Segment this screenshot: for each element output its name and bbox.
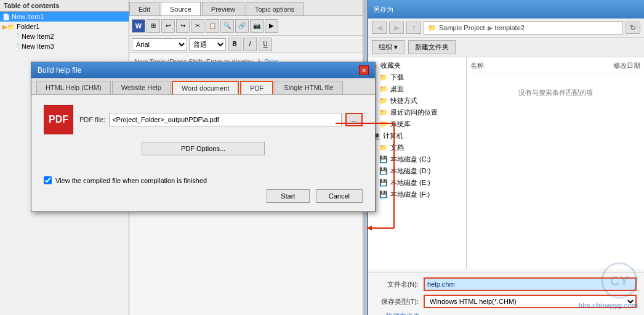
refresh-btn[interactable]: ↻ [626,22,640,34]
toc-item-folder1[interactable]: ▶📁 Folder1 [0,22,129,31]
toolbar-btn5[interactable]: 📋 [206,19,219,33]
file-main-area: 名称 修改日期 没有与搜索条件匹配的项 [467,57,644,269]
shortcuts-icon: 📁 [379,97,388,105]
file-toolbar: 组织 ▾ 新建文件夹 [368,38,644,57]
drive-d-icon: 💾 [379,167,388,175]
filename-label: 文件名(N): [376,280,419,289]
recent-icon: 📁 [379,108,388,117]
tree-docs[interactable]: 📁 文档 [368,142,466,153]
tab-edit[interactable]: Edit [129,2,159,15]
dialog-title: Build help file [38,66,81,75]
header-date-col: 修改日期 [613,61,640,70]
dialog-tab-bar: HTML Help (CHM) Website Help Word docume… [31,78,375,95]
file-tree: ★ 收藏夹 📁 下载 📁 桌面 📁 快捷方式 📁 最近访问的位置 📁 系统 [368,57,467,269]
format-bold[interactable]: B [228,38,241,51]
main-toolbar: W ⊞ ↩ ↪ ✂ 📋 🔍 🔗 📷 ▶ [129,16,363,36]
dialog-tab-website[interactable]: Website Help [112,81,171,94]
syslib-label: 系统库 [390,120,411,129]
editor-tab-bar: Edit Source Preview Topic options [129,0,363,16]
recent-label: 最近访问的位置 [390,108,438,117]
start-btn[interactable]: Start [267,189,310,203]
tree-computer[interactable]: 💻 计算机 [368,130,466,142]
toc-header: Table of contents [0,0,129,12]
tree-shortcuts[interactable]: 📁 快捷方式 [368,95,466,107]
doc-icon: 📄 [2,14,10,20]
toolbar-btn8[interactable]: 📷 [250,19,264,33]
tab-source[interactable]: Source [161,2,201,15]
desktop-icon: 📁 [379,85,388,93]
organize-btn[interactable]: 组织 ▾ [372,40,405,54]
file-dialog-titlebar: 另存为 [368,0,644,18]
toolbar-btn2[interactable]: ↩ [161,19,175,33]
dialog-tab-chm[interactable]: HTML Help (CHM) [36,81,111,94]
pdf-fields: PDF file: ... [79,113,363,126]
dialog-titlebar: Build help file ✕ [31,62,375,78]
toolbar-btn4[interactable]: ✂ [191,19,204,33]
watermark: bbs.chinapyg.com CY [558,278,638,309]
path-arrow1: ▶ [488,24,493,32]
header-name-col: 名称 [470,61,484,70]
new-folder-btn[interactable]: 新建文件夹 [408,40,456,54]
docs-label: 文档 [390,143,404,152]
tree-drive-e[interactable]: 💾 本地磁盘 (E:) [368,177,466,189]
back-btn[interactable]: ◀ [372,22,387,34]
pdf-icon: PDF [44,105,73,134]
toc-item-newitem1[interactable]: 📄 New Item1 [0,12,129,22]
compile-checkbox[interactable] [44,176,52,184]
cancel-btn[interactable]: Cancel [316,189,363,203]
tree-drive-d[interactable]: 💾 本地磁盘 (D:) [368,165,466,177]
pdf-file-row: PDF file: ... [79,113,363,126]
downloads-icon: 📁 [379,73,388,81]
filetype-label: 保存类型(T): [376,297,419,306]
tree-desktop[interactable]: 📁 桌面 [368,83,466,95]
file-header: 名称 修改日期 [470,61,640,73]
pdf-file-input[interactable] [109,113,342,126]
path-sample-project: Sample Project [439,24,485,31]
format-bar: Arial 普通 B I U [129,36,363,53]
toolbar-btn7[interactable]: 🔗 [235,19,249,33]
tab-preview[interactable]: Preview [202,2,244,15]
pdf-browse-btn[interactable]: ... [345,113,363,126]
no-match-text: 没有与搜索条件匹配的项 [470,76,640,110]
toolbar-btn3[interactable]: ↪ [176,19,190,33]
style-select[interactable]: 普通 [189,38,226,51]
font-select[interactable]: Arial [132,38,187,51]
tree-syslib[interactable]: 📁 系统库 [368,118,466,130]
tree-drive-c[interactable]: 💾 本地磁盘 (C:) [368,153,466,165]
tab-topic-options[interactable]: Topic options [246,2,304,15]
format-italic[interactable]: I [243,38,257,51]
toc-item-newitem2[interactable]: 📄 New Item2 [0,31,129,41]
tree-favorites[interactable]: ★ 收藏夹 [368,60,466,72]
dialog-body: PDF PDF file: ... PDF Options... [31,95,375,170]
toolbar-btn6[interactable]: 🔍 [220,19,234,33]
up-btn[interactable]: ↑ [406,22,421,34]
toc-item-newitem3[interactable]: 📄 New Item3 [0,41,129,51]
toc-label-folder1: Folder1 [17,23,39,30]
drive-c-icon: 💾 [379,155,388,163]
toolbar-btn9[interactable]: ▶ [265,19,278,33]
dialog-tab-single-html[interactable]: Single HTML file [275,81,342,94]
dialog-close-btn[interactable]: ✕ [359,65,369,75]
toolbar-w-btn[interactable]: W [132,19,145,33]
forward-btn[interactable]: ▶ [389,22,404,34]
path-bar: 📁 Sample Project ▶ template2 [424,21,623,35]
pdf-options-container: PDF Options... [44,142,363,155]
toc-label-newitem1: New Item1 [12,13,44,20]
tree-downloads[interactable]: 📁 下载 [368,72,466,83]
pdf-options-btn[interactable]: PDF Options... [142,142,265,155]
toolbar-btn1[interactable]: ⊞ [147,19,160,33]
favorites-label: 收藏夹 [380,61,401,70]
toc-label-newitem2: New Item2 [22,33,54,40]
doc-icon-3: 📄 [12,43,20,50]
dialog-tab-word[interactable]: Word document [172,81,239,94]
drive-c-label: 本地磁盘 (C:) [390,155,430,164]
path-folder-icon: 📁 [428,24,437,32]
drive-e-icon: 💾 [379,179,388,187]
format-underline[interactable]: U [259,38,272,51]
tree-recent[interactable]: 📁 最近访问的位置 [368,107,466,118]
dialog-tab-pdf[interactable]: PDF [240,81,273,94]
tree-drive-f[interactable]: 💾 本地磁盘 (F:) [368,189,466,200]
hide-folder-row[interactable]: ▲ 隐藏文件夹 [376,312,637,315]
drive-d-label: 本地磁盘 (D:) [390,166,430,176]
pdf-row: PDF PDF file: ... [44,105,363,134]
